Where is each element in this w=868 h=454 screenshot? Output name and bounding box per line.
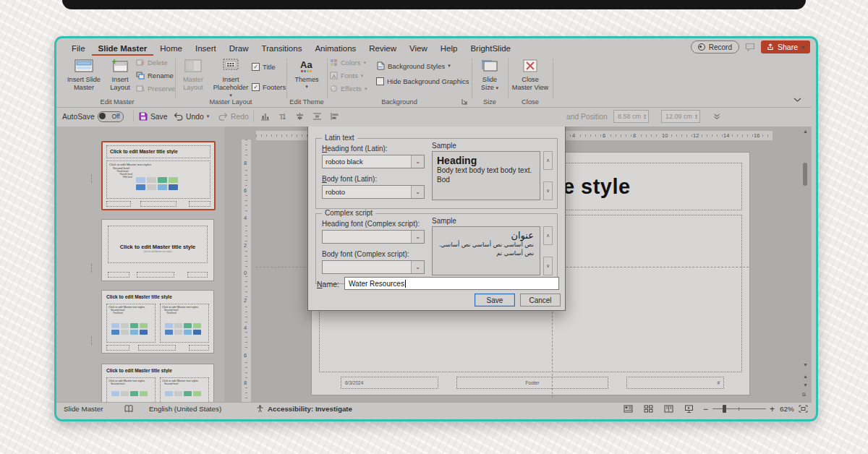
latin-body-combo[interactable]: roboto ⌄ bbox=[322, 185, 425, 199]
share-button[interactable]: Share ▾ bbox=[761, 40, 810, 53]
zoom-out-button[interactable]: − bbox=[703, 403, 708, 415]
dialog-help-button[interactable]: ? bbox=[529, 127, 542, 128]
main-scrollbar[interactable]: ▲ ▼ ▲ ▼ ⧉ bbox=[801, 127, 809, 402]
zoom-in-button[interactable]: + bbox=[770, 403, 775, 415]
previous-slide-icon[interactable]: ▲ bbox=[803, 374, 808, 379]
normal-view-button[interactable] bbox=[624, 403, 633, 415]
next-slide-icon[interactable]: ▼ bbox=[803, 382, 808, 387]
background-dialog-launcher-icon[interactable] bbox=[461, 98, 468, 105]
tab-draw[interactable]: Draw bbox=[223, 42, 255, 56]
combo-chevron-icon[interactable]: ⌄ bbox=[411, 231, 424, 243]
tab-brightslide[interactable]: BrightSlide bbox=[464, 42, 517, 56]
scroll-up-icon[interactable]: ∧ bbox=[543, 151, 553, 170]
combo-chevron-icon[interactable]: ⌄ bbox=[411, 155, 424, 168]
thumbnail-comparison-layout[interactable]: Click to edit Master title style Click t… bbox=[101, 364, 214, 402]
qat-distribute-button[interactable] bbox=[312, 107, 322, 126]
thumbnail-clipart bbox=[136, 177, 178, 190]
cancel-dialog-button[interactable]: Cancel bbox=[520, 294, 561, 307]
close-master-view-button[interactable]: Close Master View bbox=[511, 57, 550, 91]
ribbon-separator bbox=[286, 59, 287, 99]
tab-animations[interactable]: Animations bbox=[308, 42, 362, 56]
vertical-ruler: 8 6 4 2 0 2 4 6 8 bbox=[242, 140, 251, 402]
slide-footer-placeholder[interactable]: Footer bbox=[456, 377, 608, 389]
collapse-ribbon-icon[interactable] bbox=[793, 98, 801, 103]
insert-layout-button[interactable]: Insert Layout bbox=[106, 57, 135, 91]
fit-slide-button[interactable] bbox=[799, 403, 808, 415]
save-dialog-button[interactable]: Save bbox=[475, 294, 515, 307]
slide-date-placeholder[interactable]: 6/3/2024 bbox=[341, 377, 438, 389]
latin-sample-body: Body text body text body text. Bod bbox=[437, 166, 535, 184]
qat-align-center-button[interactable] bbox=[295, 107, 305, 126]
scroll-up-icon[interactable]: ∧ bbox=[543, 226, 553, 245]
title-checkbox-icon: ✓ bbox=[252, 63, 260, 71]
hide-background-graphics-checkbox[interactable]: Hide Background Graphics bbox=[376, 77, 469, 85]
tab-transitions[interactable]: Transitions bbox=[255, 42, 309, 56]
tab-home[interactable]: Home bbox=[153, 42, 189, 56]
insert-placeholder-button[interactable]: Insert Placeholder ▾ bbox=[211, 57, 250, 99]
complex-sample-label: Sample bbox=[432, 217, 456, 225]
record-button[interactable]: Record bbox=[691, 40, 739, 53]
tab-insert[interactable]: Insert bbox=[189, 42, 223, 56]
themes-chevron-icon: ▾ bbox=[305, 84, 308, 90]
ribbon-separator bbox=[175, 59, 176, 99]
fonts-label: Fonts bbox=[341, 72, 358, 80]
complex-body-combo[interactable]: ⌄ bbox=[322, 260, 425, 274]
thumb-date-placeholder bbox=[108, 272, 129, 278]
scroll-down-icon[interactable]: ▼ bbox=[803, 362, 808, 367]
combo-chevron-icon[interactable]: ⌄ bbox=[411, 186, 424, 198]
reading-view-button[interactable] bbox=[664, 403, 673, 415]
colors-icon bbox=[330, 59, 338, 67]
status-view-label[interactable]: Slide Master bbox=[64, 403, 103, 415]
pane-expand-icon[interactable]: ⧉ bbox=[802, 392, 806, 397]
status-accessibility[interactable]: Accessibility: Investigate bbox=[268, 403, 352, 415]
scroll-down-icon[interactable]: ∨ bbox=[543, 257, 553, 275]
scrollbar-thumb[interactable] bbox=[803, 163, 807, 186]
thumbnail-master-slide[interactable]: Click to edit Master title style Click t… bbox=[101, 141, 216, 210]
slideshow-button[interactable] bbox=[684, 403, 694, 415]
theme-name-input[interactable]: Water Resources bbox=[344, 277, 559, 290]
tab-slide-master[interactable]: Slide Master bbox=[92, 42, 154, 56]
footers-checkbox[interactable]: ✓ Footers bbox=[252, 83, 286, 91]
qat-text-direction-button[interactable]: T bbox=[278, 107, 287, 126]
autosave-control[interactable]: AutoSave Off bbox=[62, 107, 124, 126]
scroll-down-icon[interactable]: ∨ bbox=[543, 181, 553, 200]
spell-check-icon[interactable] bbox=[124, 403, 133, 415]
zoom-percentage[interactable]: 62% bbox=[780, 403, 794, 415]
qat-chart-button[interactable] bbox=[260, 107, 270, 126]
tab-view[interactable]: View bbox=[403, 42, 434, 56]
tab-help[interactable]: Help bbox=[434, 42, 464, 56]
slide-sorter-button[interactable] bbox=[644, 403, 653, 415]
combo-chevron-icon[interactable]: ⌄ bbox=[411, 261, 424, 273]
thumbnail-two-content-layout[interactable]: Click to edit Master title style Click t… bbox=[101, 290, 214, 354]
background-styles-button[interactable]: Background Styles▾ bbox=[376, 61, 451, 70]
qat-align-objects-button[interactable] bbox=[330, 107, 339, 126]
qat-overflow-icon[interactable] bbox=[713, 107, 720, 126]
quick-access-toolbar: AutoSave Off Save Undo ▾ Redo T bbox=[56, 107, 812, 127]
scroll-up-icon[interactable]: ▲ bbox=[803, 129, 808, 134]
autosave-toggle[interactable]: Off bbox=[98, 111, 124, 122]
preserve-button: Preserve bbox=[136, 85, 175, 93]
undo-button[interactable]: Undo ▾ bbox=[174, 107, 209, 126]
slide-number-placeholder[interactable]: # bbox=[626, 377, 724, 389]
create-new-theme-fonts-dialog: Create New Theme Fonts ? ✕ Latin text He… bbox=[307, 127, 566, 311]
status-language[interactable]: English (United States) bbox=[149, 403, 221, 415]
insert-slide-master-button[interactable]: Insert Slide Master bbox=[64, 57, 104, 91]
complex-heading-combo[interactable]: ⌄ bbox=[322, 230, 425, 244]
thumbnail-title-layout[interactable]: Click to edit Master title style Click t… bbox=[101, 219, 214, 281]
zoom-slider-thumb[interactable] bbox=[723, 405, 726, 413]
dialog-close-button[interactable]: ✕ bbox=[546, 127, 559, 128]
title-checkbox[interactable]: ✓ Title bbox=[252, 63, 276, 71]
thumbnail-clipart bbox=[165, 323, 201, 335]
tab-file[interactable]: File bbox=[65, 42, 92, 56]
comments-icon[interactable] bbox=[745, 43, 755, 52]
save-button[interactable]: Save bbox=[139, 107, 167, 126]
themes-button[interactable]: Aa Themes ▾ bbox=[290, 57, 323, 90]
redo-button: Redo bbox=[218, 107, 249, 126]
latin-heading-combo[interactable]: roboto black ⌄ bbox=[322, 155, 425, 168]
tab-review[interactable]: Review bbox=[362, 42, 403, 56]
slide-size-button[interactable]: Slide Size ▾ bbox=[475, 57, 505, 91]
accessibility-icon[interactable] bbox=[256, 403, 264, 415]
qat-separator bbox=[253, 111, 254, 122]
rename-button[interactable]: Rename bbox=[136, 72, 174, 80]
zoom-slider[interactable] bbox=[712, 408, 766, 409]
